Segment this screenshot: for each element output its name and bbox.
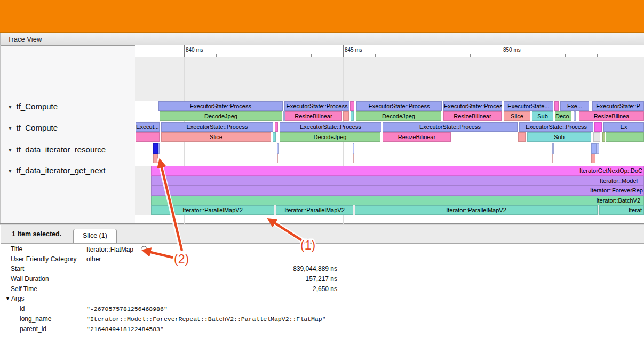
trace-slice[interactable] [351, 111, 354, 121]
ruler-minor-tick [375, 54, 376, 57]
trace-slice-Sub[interactable]: Sub [527, 132, 591, 142]
ruler-minor-tick [597, 54, 598, 57]
track-name: tf_Compute [17, 123, 58, 132]
trace-slice[interactable] [591, 154, 595, 163]
trace-slice[interactable] [518, 132, 526, 142]
args-collapse-icon[interactable]: ▼ [5, 296, 10, 301]
trace-slice[interactable] [136, 132, 160, 142]
trace-slice-DecodeJpeg[interactable]: DecodeJpeg [280, 132, 380, 142]
trace-slice-ResizeBilinear[interactable]: ResizeBilinear [383, 132, 451, 142]
trace-slice[interactable] [273, 132, 276, 142]
sidebar-track-tf_data_iterator_resource[interactable]: ▾tf_data_iterator_resource [1, 145, 135, 155]
trace-slice-ExecutorState-P[interactable]: ExecutorState::P [592, 101, 644, 111]
ruler-tick-label: 845 ms [345, 47, 362, 53]
args-title: Args [11, 295, 25, 302]
trace-slice[interactable] [277, 154, 278, 163]
trace-slice-ExecutorState-Process[interactable]: ExecutorState::Process [280, 122, 381, 132]
ruler-minor-tick [439, 54, 439, 57]
page-title: Trace View [7, 35, 42, 43]
sidebar-track-tf_data_iterator_get_next[interactable]: ▾tf_data_iterator_get_next [1, 166, 135, 175]
trace-slice-Iterator-ForeverRep[interactable]: Iterator::ForeverRep [151, 186, 644, 196]
trace-slice-ExecutorState-Process[interactable]: ExecutorState::Process [383, 122, 518, 132]
trace-slice-ExecutorState-[interactable]: ExecutorState... [504, 101, 553, 111]
trace-row: DecodeJpegResizeBilinearDecodeJpegResize… [135, 111, 644, 121]
trace-row: Iterator::ForeverRep [135, 186, 644, 196]
trace-slice-DecodeJpeg[interactable]: DecodeJpeg [160, 111, 282, 121]
ruler-minor-tick [534, 54, 534, 57]
top-orange-banner [0, 0, 644, 33]
trace-slice[interactable] [591, 143, 597, 154]
trace-viewer-app: Trace View ▾tf_Compute▾tf_Compute▾tf_dat… [0, 0, 644, 354]
ruler-tick-label: 850 ms [503, 47, 521, 53]
trace-slice-ResizeBilinea[interactable]: ResizeBilinea [579, 111, 644, 121]
trace-slice-ExecutorState-Process[interactable]: ExecutorState::Process [356, 101, 442, 111]
trace-slice-Sub[interactable]: Sub [532, 111, 553, 121]
trace-slice[interactable] [602, 132, 605, 142]
trace-slice[interactable] [552, 154, 553, 163]
collapse-caret-icon[interactable]: ▾ [9, 167, 12, 174]
trace-slice[interactable] [343, 111, 349, 121]
trace-slice-ExecutorState-Process[interactable]: ExecutorState::Process [158, 101, 283, 111]
trace-slice-Ex[interactable]: Ex [603, 122, 644, 132]
trace-slice-Iterator-ParallelMapV2[interactable]: Iterator::ParallelMapV2 [151, 205, 274, 215]
trace-slice[interactable] [353, 154, 354, 163]
trace-slice-IteratorGetNextOp-DoC[interactable]: IteratorGetNextOp::DoC [151, 166, 644, 176]
sidebar-track-tf_Compute[interactable]: ▾tf_Compute [1, 123, 135, 133]
detail-row: Self Time2,650 ns [1, 284, 643, 294]
trace-slice[interactable] [594, 122, 602, 132]
collapse-caret-icon[interactable]: ▾ [9, 147, 12, 154]
args-section-header[interactable]: ▼Args [1, 294, 643, 304]
trace-slice-ExecutorState-Process[interactable]: ExecutorState::Process [443, 101, 502, 111]
ruler-minor-tick [153, 54, 153, 57]
trace-slice-Exe-[interactable]: Exe... [560, 101, 589, 111]
trace-slice[interactable] [606, 132, 644, 142]
trace-slice[interactable] [552, 143, 554, 154]
timeline-ruler[interactable]: 840 ms845 ms850 ms [135, 45, 644, 57]
collapse-caret-icon[interactable]: ▾ [9, 125, 12, 132]
trace-slice-Deco-[interactable]: Deco... [555, 111, 571, 121]
trace-slice-Slice[interactable]: Slice [161, 132, 271, 142]
trace-slice-ExecutorState-Process[interactable]: ExecutorState::Process [161, 122, 273, 132]
trace-slice[interactable] [350, 101, 354, 111]
trace-row: IteratorGetNextOp::DoC [135, 166, 644, 176]
trace-slice[interactable] [277, 143, 279, 154]
trace-slice[interactable] [153, 154, 158, 163]
arg-value: "-2670575781256468986" [86, 305, 168, 312]
tab-slice[interactable]: Slice (1) [73, 229, 117, 243]
arg-row: long_name"Iterator::Model::ForeverRepeat… [1, 314, 643, 324]
trace-slice-ResizeBilinear[interactable]: ResizeBilinear [443, 111, 502, 121]
detail-value: 157,217 ns [86, 275, 337, 283]
trace-slice[interactable] [574, 111, 576, 121]
timeline-canvas[interactable]: 840 ms845 ms850 ms ExecutorState::Proces… [135, 45, 644, 224]
trace-slice-Iterator-Model[interactable]: Iterator::Model [151, 176, 644, 186]
trace-slice-ExecutorState-Process[interactable]: ExecutorState::Process [519, 122, 593, 132]
trace-slice[interactable] [275, 122, 278, 132]
trace-slice-Execut-[interactable]: Execut... [136, 122, 160, 132]
trace-slice-Iterator-ParallelMapV2[interactable]: Iterator::ParallelMapV2 [355, 205, 598, 215]
trace-slice-ExecutorState-Process[interactable]: ExecutorState::Process [284, 101, 349, 111]
trace-row: Execut...ExecutorState::ProcessExecutorS… [135, 122, 644, 132]
trace-slice-Iterator-BatchV2[interactable]: Iterator::BatchV2 [151, 196, 644, 206]
detail-value: other [86, 255, 101, 263]
ruler-major-tick [184, 45, 185, 57]
trace-slice[interactable] [597, 143, 599, 154]
trace-slice[interactable] [593, 132, 600, 142]
trace-slice[interactable] [158, 143, 160, 154]
sidebar-track-tf_Compute[interactable]: ▾tf_Compute [1, 102, 135, 111]
ruler-minor-tick [248, 54, 248, 57]
ruler-minor-tick [407, 54, 407, 57]
trace-slice-Iterator-ParallelMapV2[interactable]: Iterator::ParallelMapV2 [276, 205, 353, 215]
trace-slice-DecodeJpeg[interactable]: DecodeJpeg [356, 111, 441, 121]
trace-row: Iterator::BatchV2 [135, 196, 644, 206]
magnifier-icon[interactable] [141, 245, 149, 253]
ruler-tick-label: 840 ms [186, 47, 203, 53]
trace-slice[interactable] [153, 143, 158, 154]
selection-header-bar: 1 item selected. Slice (1) [1, 225, 644, 244]
trace-slice-Slice[interactable]: Slice [504, 111, 530, 121]
collapse-caret-icon[interactable]: ▾ [9, 103, 12, 110]
trace-slice[interactable] [353, 143, 354, 154]
ruler-major-tick [502, 45, 502, 57]
trace-slice-Iterat[interactable]: Iterat [599, 205, 644, 215]
trace-slice-ResizeBilinear[interactable]: ResizeBilinear [285, 111, 342, 121]
trace-slice[interactable] [554, 101, 559, 111]
